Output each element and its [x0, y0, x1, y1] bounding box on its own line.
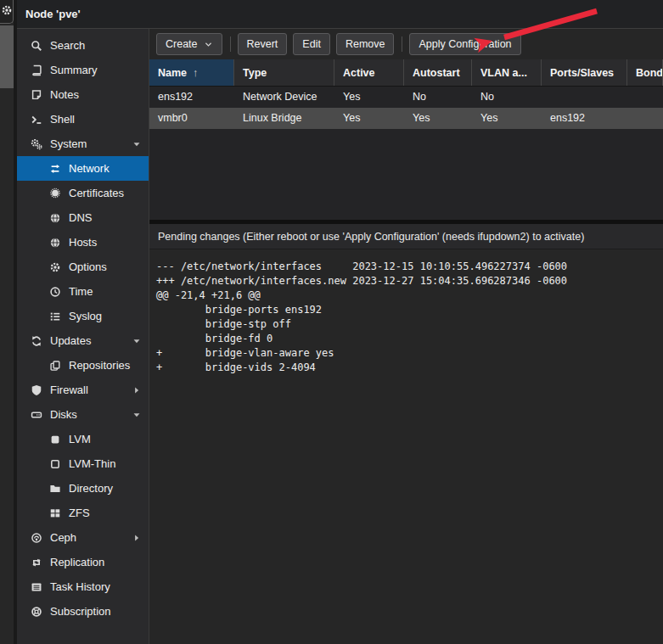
sidebar-item-label: Task History [50, 580, 110, 593]
lifering-icon [29, 606, 43, 618]
ceph-icon [29, 532, 43, 544]
column-header-autostart[interactable]: Autostart [404, 59, 472, 86]
certificate-icon [48, 188, 62, 199]
panel-header: Node 'pve' [17, 0, 663, 29]
cell [627, 108, 663, 129]
gear-button[interactable] [0, 0, 14, 24]
sidebar-item-label: System [50, 137, 87, 150]
column-header-vlan-a[interactable]: VLAN a... [472, 59, 542, 86]
toolbar-separator [230, 36, 231, 52]
chevron-down-icon[interactable] [132, 140, 141, 148]
remove-button[interactable]: Remove [336, 33, 395, 55]
cell: ens192 [542, 108, 627, 129]
proxmox-node-panel: Node 'pve' SearchSummaryNotesShellSystem… [0, 0, 663, 644]
sidebar-item-dns[interactable]: DNS [17, 205, 149, 230]
chevron-down-icon[interactable] [132, 411, 141, 419]
square-solid-icon [48, 434, 62, 445]
sidebar-item-summary[interactable]: Summary [17, 58, 149, 82]
pending-changes-header: Pending changes (Either reboot or use 'A… [149, 224, 663, 249]
sidebar-item-label: Options [69, 260, 107, 273]
tasks-icon [29, 581, 43, 593]
sidebar-item-updates[interactable]: Updates [17, 328, 149, 353]
sidebar-item-label: Ceph [50, 531, 76, 544]
button-label: Remove [346, 38, 385, 50]
sidebar-item-lvm[interactable]: LVM [17, 427, 149, 451]
cell [542, 87, 627, 108]
column-header-active[interactable]: Active [334, 59, 404, 86]
chevron-right-icon[interactable] [132, 386, 141, 395]
sidebar-item-repositories[interactable]: Repositories [17, 353, 149, 378]
gear-icon [48, 261, 62, 273]
sidebar-item-subscription[interactable]: Subscription [17, 599, 149, 624]
book-icon [29, 64, 43, 76]
note-icon [29, 89, 43, 101]
caret-down-icon [204, 40, 213, 49]
cell: No [404, 87, 472, 108]
sidebar-item-label: Search [50, 39, 85, 52]
sidebar-item-notes[interactable]: Notes [17, 82, 149, 107]
column-label: Ports/Slaves [550, 67, 614, 79]
sidebar-item-label: ZFS [69, 507, 90, 519]
sidebar-item-firewall[interactable]: Firewall [17, 378, 149, 402]
edit-button[interactable]: Edit [293, 33, 330, 55]
sidebar-item-certificates[interactable]: Certificates [17, 181, 149, 205]
apply-configuration-button[interactable]: Apply Configuration [409, 33, 520, 55]
sidebar-item-shell[interactable]: Shell [17, 107, 149, 132]
sidebar-item-disks[interactable]: Disks [17, 402, 149, 427]
left-rail [0, 0, 14, 644]
network-toolbar: CreateRevertEditRemoveApply Configuratio… [149, 29, 663, 59]
cell: No [472, 87, 542, 108]
hdd-icon [29, 409, 43, 421]
sidebar-item-directory[interactable]: Directory [17, 476, 149, 501]
sidebar-item-ceph[interactable]: Ceph [17, 525, 149, 550]
column-label: VLAN a... [480, 67, 527, 79]
clock-icon [48, 286, 62, 298]
sidebar-item-system[interactable]: System [17, 132, 149, 156]
network-icon [48, 163, 62, 175]
sidebar-item-time[interactable]: Time [17, 279, 149, 304]
sidebar-item-label: LVM [69, 433, 91, 445]
column-header-bond[interactable]: Bond [627, 59, 663, 86]
sidebar-item-label: Notes [50, 88, 79, 101]
column-label: Autostart [413, 67, 460, 79]
column-header-ports-slaves[interactable]: Ports/Slaves [542, 59, 627, 86]
table-row-vmbr0[interactable]: vmbr0Linux BridgeYesYesYesens192 [149, 108, 663, 129]
grid-icon [48, 507, 62, 519]
replication-icon [29, 557, 43, 568]
chevron-right-icon[interactable] [132, 534, 141, 542]
sidebar-item-replication[interactable]: Replication [17, 550, 149, 574]
table-row-ens192[interactable]: ens192Network DeviceYesNoNo [149, 87, 663, 108]
sidebar-item-network[interactable]: Network [17, 156, 149, 181]
sidebar-item-search[interactable]: Search [17, 33, 149, 58]
sidebar-item-label: Summary [50, 64, 98, 76]
gears-icon [29, 138, 43, 150]
sidebar-item-label: Time [69, 285, 93, 298]
globe-icon [48, 237, 62, 249]
shield-icon [29, 384, 43, 396]
column-header-name[interactable]: Name↑ [149, 59, 234, 86]
sort-asc-icon: ↑ [193, 67, 198, 79]
list-icon [48, 311, 62, 322]
button-label: Apply Configuration [419, 38, 511, 50]
sidebar-item-label: Shell [50, 113, 75, 126]
cell: vmbr0 [149, 108, 234, 129]
refresh-icon [29, 335, 43, 347]
sidebar-item-task-history[interactable]: Task History [17, 574, 149, 599]
column-label: Type [243, 67, 267, 79]
gear-icon [1, 4, 13, 20]
chevron-down-icon[interactable] [132, 337, 141, 345]
column-header-type[interactable]: Type [234, 59, 334, 86]
revert-button[interactable]: Revert [238, 33, 288, 55]
sidebar-item-options[interactable]: Options [17, 255, 149, 279]
cell: Yes [404, 108, 472, 129]
search-icon [29, 40, 43, 52]
sidebar-item-lvm-thin[interactable]: LVM-Thin [17, 451, 149, 476]
globe-icon [48, 212, 62, 224]
sidebar-item-syslog[interactable]: Syslog [17, 304, 149, 328]
sidebar-item-hosts[interactable]: Hosts [17, 230, 149, 255]
create-button[interactable]: Create [156, 33, 222, 55]
sidebar-item-zfs[interactable]: ZFS [17, 501, 149, 525]
sidebar-item-label: Directory [69, 482, 113, 495]
sidebar-item-label: Subscription [50, 605, 111, 618]
scrollbar-thumb[interactable] [0, 25, 14, 88]
